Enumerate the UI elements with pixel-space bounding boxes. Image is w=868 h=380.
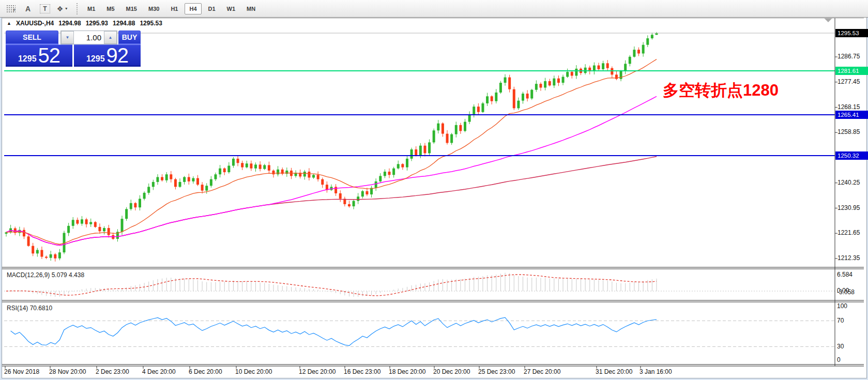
rsi-scale-label: 100 xyxy=(837,302,847,310)
volume-down-icon[interactable]: ▼ xyxy=(61,31,74,44)
time-axis-label: 2 Dec 23:00 xyxy=(96,368,129,375)
time-axis-label: 4 Dec 20:00 xyxy=(142,368,176,375)
ma-slow-line xyxy=(6,157,657,246)
rsi-line xyxy=(11,317,657,345)
ohlc-low: 1294.88 xyxy=(113,20,135,27)
volume-input[interactable]: 1.00 xyxy=(74,31,104,44)
timeframe-button-w1[interactable]: W1 xyxy=(222,3,240,14)
price-tick-label: 1212.35 xyxy=(837,254,860,262)
objects-icon[interactable]: ❖ ▾ xyxy=(56,3,68,15)
sell-button[interactable]: SELL xyxy=(6,31,58,44)
sell-price-big: 52 xyxy=(38,45,60,66)
price-tick-label: 1221.65 xyxy=(837,229,860,236)
blue-level-tag-1265: 1265.41 xyxy=(835,111,868,119)
rsi-title: RSI(14) 70.6810 xyxy=(7,305,52,312)
timeframe-button-m5[interactable]: M5 xyxy=(102,3,119,14)
volume-up-icon[interactable]: ▲ xyxy=(104,31,117,44)
current-price-tag: 1295.53 xyxy=(835,29,868,37)
toolbar-separator xyxy=(77,3,78,14)
chevron-down-icon: ▾ xyxy=(65,6,67,11)
macd-scale-label: 6.584 xyxy=(837,271,852,278)
ohlc-close: 1295.53 xyxy=(140,20,162,27)
price-tick-label: 1286.75 xyxy=(837,53,860,60)
time-axis-label: 31 Dec 20:00 xyxy=(596,368,632,375)
macd-title: MACD(12,26,9) 5.079 4.438 xyxy=(7,271,84,279)
time-axis-label: 12 Dec 20:00 xyxy=(299,368,336,375)
macd-signal-line xyxy=(6,275,657,296)
symbol-period-label: XAUUSD-,H4 xyxy=(16,20,54,27)
collapse-arrow-icon[interactable]: ▲ xyxy=(7,21,11,26)
quotes-grid-icon[interactable]: F xyxy=(5,3,17,15)
rsi-scale-label: 70 xyxy=(837,317,844,324)
scroll-to-end-marker[interactable] xyxy=(824,18,832,22)
time-axis-label: 20 Dec 20:00 xyxy=(433,368,470,375)
buy-price-big: 92 xyxy=(106,45,129,66)
rsi-scale-label: 30 xyxy=(837,343,844,350)
sell-price-panel[interactable]: 1295 52 xyxy=(6,44,72,65)
price-tick-label: 1240.25 xyxy=(837,179,860,186)
time-axis-label: 16 Dec 23:00 xyxy=(344,368,380,375)
time-axis-label: 3 Jan 16:00 xyxy=(639,368,672,375)
grid-f-label: F xyxy=(6,5,16,12)
candles-group[interactable] xyxy=(5,32,658,262)
time-axis-label: 18 Dec 20:00 xyxy=(389,368,425,375)
text-box-icon[interactable]: T xyxy=(39,3,51,15)
letter-a-icon[interactable]: A xyxy=(22,3,34,15)
chart-text-annotation[interactable]: 多空转折点1280 xyxy=(663,80,779,101)
timeframe-button-mn[interactable]: MN xyxy=(242,3,260,14)
timeframe-button-m15[interactable]: M15 xyxy=(121,3,142,14)
time-axis-label: 26 Nov 2018 xyxy=(4,368,39,375)
time-axis-label: 10 Dec 20:00 xyxy=(235,368,272,375)
timeframe-button-d1[interactable]: D1 xyxy=(204,3,220,14)
timeframe-button-m1[interactable]: M1 xyxy=(83,3,100,14)
price-tick-label: 1268.15 xyxy=(837,103,860,111)
ohlc-high: 1295.93 xyxy=(86,20,108,27)
toolbar: F A T ❖ ▾ M1M5M15M30H1H4D1W1MN xyxy=(0,0,868,18)
buy-price-small: 1295 xyxy=(86,54,105,64)
time-axis-label: 25 Dec 23:00 xyxy=(478,368,515,375)
buy-price-panel[interactable]: 1295 92 xyxy=(74,44,141,65)
ma-mid-line xyxy=(6,96,657,245)
time-axis-label: 27 Dec 20:00 xyxy=(524,368,560,375)
blue-level-tag-1250: 1250.32 xyxy=(835,151,868,160)
volume-stepper: ▼ 1.00 ▲ xyxy=(60,31,117,44)
price-tick-label: 1230.95 xyxy=(837,204,860,211)
one-click-trading-widget: SELL ▼ 1.00 ▲ BUY 1295 52 1295 92 xyxy=(6,31,141,65)
ma-fast-line xyxy=(6,59,657,245)
rsi-scale-label: 0 xyxy=(837,356,841,363)
price-tick-label: 1277.45 xyxy=(837,78,860,85)
sell-price-small: 1295 xyxy=(18,54,37,64)
timeframe-group: M1M5M15M30H1H4D1W1MN xyxy=(82,3,261,14)
green-level-tag: 1281.61 xyxy=(835,67,868,75)
timeframe-button-m30[interactable]: M30 xyxy=(144,3,164,14)
chart-title: ▲ XAUUSD-,H4 1294.98 1295.93 1294.88 129… xyxy=(7,20,162,27)
time-axis-label: 28 Nov 20:00 xyxy=(49,368,86,375)
macd-scale-label: -3.058 xyxy=(837,288,855,296)
macd-histogram xyxy=(6,273,657,297)
time-axis-label: 6 Dec 20:00 xyxy=(189,368,222,375)
timeframe-button-h4[interactable]: H4 xyxy=(185,3,201,14)
price-tick-label: 1258.85 xyxy=(837,128,860,135)
buy-button[interactable]: BUY xyxy=(118,31,141,44)
timeframe-button-h1[interactable]: H1 xyxy=(166,3,182,14)
ohlc-open: 1294.98 xyxy=(58,20,81,27)
